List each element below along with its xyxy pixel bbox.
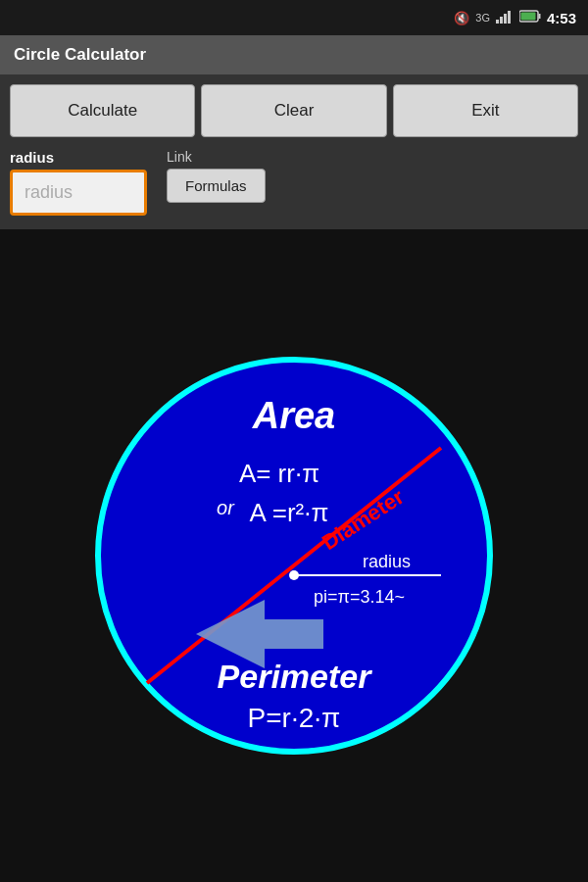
mute-icon: 🔇	[454, 11, 469, 25]
radius-group: radius	[10, 149, 147, 216]
svg-rect-5	[538, 14, 540, 19]
svg-text:A =r²·π: A =r²·π	[250, 498, 329, 527]
diagram-area: Area A= rr·π or A =r²·π Diameter radius …	[0, 229, 588, 882]
status-icons: 🔇 3G 4:53	[454, 10, 576, 26]
button-row: Calculate Clear Exit	[0, 74, 588, 143]
svg-text:pi=π=3.14~: pi=π=3.14~	[314, 587, 405, 607]
calculate-button[interactable]: Calculate	[10, 84, 195, 137]
status-bar: 🔇 3G 4:53	[0, 0, 588, 35]
svg-rect-0	[496, 20, 499, 24]
clear-button[interactable]: Clear	[201, 84, 386, 137]
app-container: Circle Calculator Calculate Clear Exit r…	[0, 35, 588, 882]
svg-text:Area: Area	[252, 395, 336, 436]
status-time: 4:53	[547, 10, 576, 26]
svg-text:A= rr·π: A= rr·π	[239, 459, 319, 488]
svg-point-10	[289, 570, 299, 580]
svg-rect-3	[508, 11, 511, 24]
svg-text:P=r·2·π: P=r·2·π	[248, 703, 341, 733]
battery-icon	[519, 10, 541, 25]
svg-text:radius: radius	[363, 552, 411, 571]
svg-rect-6	[520, 13, 535, 21]
input-section: radius Link Formulas	[0, 143, 588, 229]
svg-text:or: or	[217, 497, 235, 518]
network-icon: 3G	[475, 12, 490, 24]
signal-icon	[496, 10, 514, 26]
svg-rect-1	[500, 17, 503, 24]
svg-text:Perimeter: Perimeter	[218, 658, 373, 695]
formulas-button[interactable]: Formulas	[167, 169, 266, 203]
title-bar: Circle Calculator	[0, 35, 588, 74]
app-title: Circle Calculator	[14, 45, 146, 64]
svg-rect-2	[504, 14, 507, 24]
exit-button[interactable]: Exit	[393, 84, 578, 137]
circle-diagram: Area A= rr·π or A =r²·π Diameter radius …	[88, 350, 500, 761]
link-group: Link Formulas	[167, 149, 266, 203]
radius-input[interactable]	[10, 170, 147, 216]
radius-label: radius	[10, 149, 147, 166]
link-label: Link	[167, 149, 266, 165]
